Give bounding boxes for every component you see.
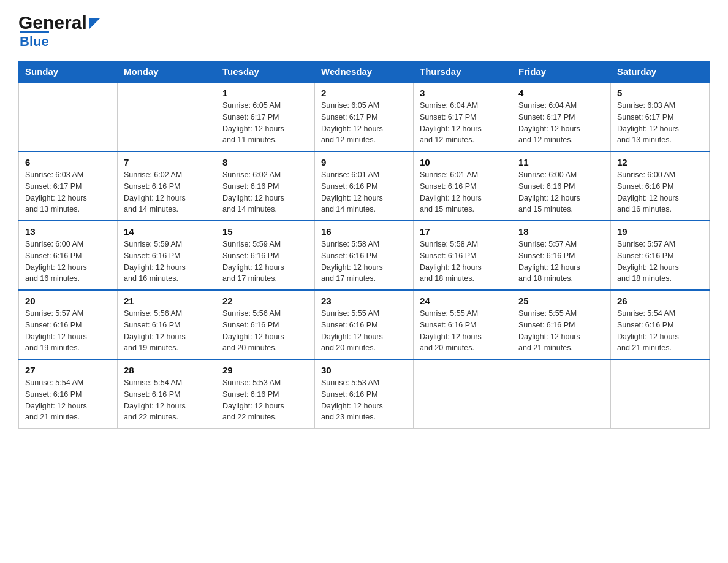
- day-info: Sunrise: 6:01 AM Sunset: 6:16 PM Dayligh…: [420, 169, 506, 215]
- day-number: 26: [617, 296, 703, 306]
- day-number: 27: [25, 365, 111, 375]
- day-info: Sunrise: 5:59 AM Sunset: 6:16 PM Dayligh…: [222, 239, 308, 285]
- day-number: 19: [617, 226, 703, 237]
- weekday-header-wednesday: Wednesday: [315, 61, 414, 83]
- calendar-cell: 5Sunrise: 6:03 AM Sunset: 6:17 PM Daylig…: [611, 82, 710, 151]
- calendar-cell: 19Sunrise: 5:57 AM Sunset: 6:16 PM Dayli…: [611, 221, 710, 290]
- weekday-header-thursday: Thursday: [414, 61, 512, 83]
- day-number: 3: [420, 88, 506, 98]
- day-number: 5: [617, 88, 703, 98]
- day-info: Sunrise: 5:54 AM Sunset: 6:16 PM Dayligh…: [25, 377, 111, 423]
- day-info: Sunrise: 5:53 AM Sunset: 6:16 PM Dayligh…: [222, 377, 308, 423]
- calendar-body: 1Sunrise: 6:05 AM Sunset: 6:17 PM Daylig…: [19, 82, 710, 429]
- day-info: Sunrise: 5:57 AM Sunset: 6:16 PM Dayligh…: [617, 239, 703, 285]
- calendar-cell: 15Sunrise: 5:59 AM Sunset: 6:16 PM Dayli…: [216, 221, 315, 290]
- calendar-cell: 1Sunrise: 6:05 AM Sunset: 6:17 PM Daylig…: [216, 82, 315, 151]
- day-info: Sunrise: 6:02 AM Sunset: 6:16 PM Dayligh…: [124, 169, 210, 215]
- calendar-week-4: 20Sunrise: 5:57 AM Sunset: 6:16 PM Dayli…: [19, 290, 710, 359]
- day-number: 20: [25, 296, 111, 306]
- logo: General Blue: [18, 12, 100, 50]
- calendar-cell: 2Sunrise: 6:05 AM Sunset: 6:17 PM Daylig…: [315, 82, 414, 151]
- calendar-cell: 18Sunrise: 5:57 AM Sunset: 6:16 PM Dayli…: [512, 221, 611, 290]
- day-info: Sunrise: 6:01 AM Sunset: 6:16 PM Dayligh…: [321, 169, 407, 215]
- calendar-cell: 20Sunrise: 5:57 AM Sunset: 6:16 PM Dayli…: [19, 290, 118, 359]
- page-header: General Blue: [18, 12, 710, 50]
- weekday-header-row: SundayMondayTuesdayWednesdayThursdayFrid…: [19, 61, 710, 83]
- weekday-header-saturday: Saturday: [611, 61, 710, 83]
- weekday-header-sunday: Sunday: [19, 61, 118, 83]
- day-number: 23: [321, 296, 407, 306]
- day-number: 16: [321, 226, 407, 237]
- weekday-header-tuesday: Tuesday: [216, 61, 315, 83]
- calendar-cell: [19, 82, 118, 151]
- day-number: 1: [222, 88, 308, 98]
- day-number: 15: [222, 226, 308, 237]
- day-info: Sunrise: 6:04 AM Sunset: 6:17 PM Dayligh…: [420, 100, 506, 146]
- logo-blue: Blue: [20, 31, 49, 50]
- day-number: 22: [222, 296, 308, 306]
- calendar-week-2: 6Sunrise: 6:03 AM Sunset: 6:17 PM Daylig…: [19, 151, 710, 221]
- calendar-cell: [414, 359, 512, 429]
- day-info: Sunrise: 5:53 AM Sunset: 6:16 PM Dayligh…: [321, 377, 407, 423]
- day-info: Sunrise: 5:57 AM Sunset: 6:16 PM Dayligh…: [25, 308, 111, 354]
- calendar-cell: 4Sunrise: 6:04 AM Sunset: 6:17 PM Daylig…: [512, 82, 611, 151]
- day-info: Sunrise: 6:00 AM Sunset: 6:16 PM Dayligh…: [25, 239, 111, 285]
- day-number: 4: [518, 88, 604, 98]
- calendar-cell: 17Sunrise: 5:58 AM Sunset: 6:16 PM Dayli…: [414, 221, 512, 290]
- svg-marker-0: [89, 18, 100, 29]
- day-info: Sunrise: 6:05 AM Sunset: 6:17 PM Dayligh…: [222, 100, 308, 146]
- calendar-cell: [512, 359, 611, 429]
- calendar-cell: 26Sunrise: 5:54 AM Sunset: 6:16 PM Dayli…: [611, 290, 710, 359]
- day-info: Sunrise: 5:56 AM Sunset: 6:16 PM Dayligh…: [124, 308, 210, 354]
- day-number: 29: [222, 365, 308, 375]
- day-info: Sunrise: 5:57 AM Sunset: 6:16 PM Dayligh…: [518, 239, 604, 285]
- calendar-cell: 11Sunrise: 6:00 AM Sunset: 6:16 PM Dayli…: [512, 151, 611, 221]
- day-info: Sunrise: 6:03 AM Sunset: 6:17 PM Dayligh…: [25, 169, 111, 215]
- calendar-cell: 23Sunrise: 5:55 AM Sunset: 6:16 PM Dayli…: [315, 290, 414, 359]
- logo-triangle-icon: [89, 18, 100, 29]
- day-number: 13: [25, 226, 111, 237]
- calendar-table: SundayMondayTuesdayWednesdayThursdayFrid…: [18, 61, 710, 429]
- calendar-week-1: 1Sunrise: 6:05 AM Sunset: 6:17 PM Daylig…: [19, 82, 710, 151]
- day-info: Sunrise: 6:00 AM Sunset: 6:16 PM Dayligh…: [617, 169, 703, 215]
- calendar-cell: 21Sunrise: 5:56 AM Sunset: 6:16 PM Dayli…: [118, 290, 216, 359]
- day-number: 24: [420, 296, 506, 306]
- day-number: 10: [420, 157, 506, 167]
- day-info: Sunrise: 5:56 AM Sunset: 6:16 PM Dayligh…: [222, 308, 308, 354]
- day-info: Sunrise: 6:03 AM Sunset: 6:17 PM Dayligh…: [617, 100, 703, 146]
- calendar-week-5: 27Sunrise: 5:54 AM Sunset: 6:16 PM Dayli…: [19, 359, 710, 429]
- day-info: Sunrise: 6:04 AM Sunset: 6:17 PM Dayligh…: [518, 100, 604, 146]
- calendar-cell: [118, 82, 216, 151]
- day-number: 21: [124, 296, 210, 306]
- calendar-cell: 14Sunrise: 5:59 AM Sunset: 6:16 PM Dayli…: [118, 221, 216, 290]
- day-number: 18: [518, 226, 604, 237]
- logo-general: General: [18, 12, 87, 33]
- calendar-week-3: 13Sunrise: 6:00 AM Sunset: 6:16 PM Dayli…: [19, 221, 710, 290]
- day-number: 2: [321, 88, 407, 98]
- calendar-cell: 25Sunrise: 5:55 AM Sunset: 6:16 PM Dayli…: [512, 290, 611, 359]
- day-number: 25: [518, 296, 604, 306]
- day-info: Sunrise: 6:02 AM Sunset: 6:16 PM Dayligh…: [222, 169, 308, 215]
- calendar-cell: 24Sunrise: 5:55 AM Sunset: 6:16 PM Dayli…: [414, 290, 512, 359]
- day-info: Sunrise: 5:58 AM Sunset: 6:16 PM Dayligh…: [321, 239, 407, 285]
- weekday-header-monday: Monday: [118, 61, 216, 83]
- day-info: Sunrise: 5:58 AM Sunset: 6:16 PM Dayligh…: [420, 239, 506, 285]
- calendar-cell: 10Sunrise: 6:01 AM Sunset: 6:16 PM Dayli…: [414, 151, 512, 221]
- day-info: Sunrise: 5:54 AM Sunset: 6:16 PM Dayligh…: [617, 308, 703, 354]
- day-info: Sunrise: 5:59 AM Sunset: 6:16 PM Dayligh…: [124, 239, 210, 285]
- calendar-cell: 13Sunrise: 6:00 AM Sunset: 6:16 PM Dayli…: [19, 221, 118, 290]
- day-number: 8: [222, 157, 308, 167]
- calendar-cell: [611, 359, 710, 429]
- day-number: 9: [321, 157, 407, 167]
- day-info: Sunrise: 6:00 AM Sunset: 6:16 PM Dayligh…: [518, 169, 604, 215]
- calendar-cell: 3Sunrise: 6:04 AM Sunset: 6:17 PM Daylig…: [414, 82, 512, 151]
- day-number: 30: [321, 365, 407, 375]
- calendar-cell: 12Sunrise: 6:00 AM Sunset: 6:16 PM Dayli…: [611, 151, 710, 221]
- day-number: 17: [420, 226, 506, 237]
- day-number: 7: [124, 157, 210, 167]
- day-number: 28: [124, 365, 210, 375]
- calendar-cell: 22Sunrise: 5:56 AM Sunset: 6:16 PM Dayli…: [216, 290, 315, 359]
- day-info: Sunrise: 5:55 AM Sunset: 6:16 PM Dayligh…: [518, 308, 604, 354]
- day-info: Sunrise: 5:55 AM Sunset: 6:16 PM Dayligh…: [420, 308, 506, 354]
- calendar-cell: 9Sunrise: 6:01 AM Sunset: 6:16 PM Daylig…: [315, 151, 414, 221]
